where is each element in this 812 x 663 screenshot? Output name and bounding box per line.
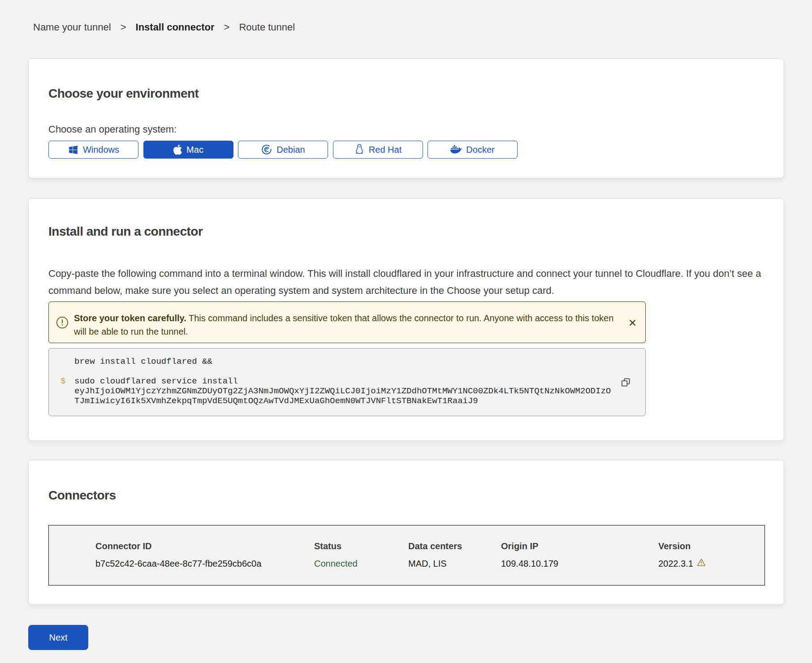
warning-text-line2: will be able to run the tunnel.	[74, 325, 613, 338]
apple-icon	[173, 144, 182, 155]
copy-icon[interactable]	[621, 377, 631, 387]
os-button-label: Docker	[466, 145, 494, 155]
install-connector-card: Install and run a connector Copy-paste t…	[28, 198, 784, 441]
code-line-brew: brew install cloudflared &&	[74, 357, 645, 366]
warning-text: Store your token carefully. This command…	[74, 311, 613, 338]
os-button-row: Windows Mac Debian Red Hat Docker	[48, 141, 523, 159]
install-card-title: Install and run a connector	[48, 224, 203, 240]
close-icon[interactable]	[629, 319, 636, 327]
connectors-table-header-row: Connector ID Status Data centers Origin …	[95, 540, 764, 552]
connectors-card-title: Connectors	[48, 487, 116, 504]
origin-ip-cell: 109.48.10.179	[501, 558, 658, 569]
environment-card-title: Choose your environment	[48, 86, 199, 102]
connector-id-cell: b7c52c42-6caa-48ee-8c77-fbe259cb6c0a	[95, 558, 314, 569]
breadcrumb-name-your-tunnel[interactable]: Name your tunnel	[33, 21, 111, 34]
warning-triangle-icon	[697, 558, 706, 569]
token-warning-banner: Store your token carefully. This command…	[48, 301, 646, 343]
windows-icon	[68, 144, 79, 155]
os-select-label: Choose an operating system:	[48, 123, 177, 136]
warning-text-line1: This command includes a sensitive token …	[186, 313, 613, 323]
docker-whale-icon	[450, 145, 462, 155]
col-header-version: Version	[658, 540, 764, 552]
warning-circle-icon	[56, 316, 69, 331]
version-value: 2022.3.1	[658, 558, 693, 569]
data-centers-cell: MAD, LIS	[408, 558, 501, 569]
next-button[interactable]: Next	[28, 625, 88, 650]
breadcrumb-separator: >	[224, 21, 230, 34]
choose-environment-card: Choose your environment Choose an operat…	[28, 58, 784, 178]
col-header-connector-id: Connector ID	[95, 540, 314, 552]
os-button-docker[interactable]: Docker	[428, 141, 518, 159]
install-command-code-block: brew install cloudflared && $sudo cloudf…	[48, 348, 646, 416]
install-description: Copy-paste the following command into a …	[48, 265, 761, 299]
debian-swirl-icon	[261, 144, 272, 155]
version-cell: 2022.3.1	[658, 558, 764, 569]
col-header-data-centers: Data centers	[408, 540, 501, 552]
install-description-line2: command below, make sure you select an o…	[48, 282, 761, 299]
os-button-label: Mac	[186, 145, 203, 155]
col-header-origin-ip: Origin IP	[501, 540, 658, 552]
code-gutter	[60, 357, 74, 366]
shell-prompt: $	[60, 376, 74, 386]
os-button-label: Windows	[83, 145, 119, 155]
breadcrumb: Name your tunnel > Install connector > R…	[33, 21, 295, 34]
connectors-table-row: b7c52c42-6caa-48ee-8c77-fbe259cb6c0a Con…	[95, 558, 764, 569]
breadcrumb-route-tunnel[interactable]: Route tunnel	[239, 21, 295, 34]
connectors-card: Connectors Connector ID Status Data cent…	[28, 460, 784, 605]
breadcrumb-separator: >	[121, 21, 126, 34]
connectors-table: Connector ID Status Data centers Origin …	[48, 525, 765, 586]
code-token-line1: eyJhIjoiOWM1YjczYzhmZGNmZDUyOTg2ZjA3NmJm…	[74, 386, 645, 396]
breadcrumb-install-connector[interactable]: Install connector	[136, 21, 215, 34]
warning-text-bold: Store your token carefully.	[74, 313, 186, 323]
code-line-sudo: sudo cloudflared service install	[74, 376, 645, 386]
linux-penguin-icon	[354, 143, 365, 156]
os-button-windows[interactable]: Windows	[48, 141, 138, 159]
col-header-status: Status	[314, 540, 408, 552]
status-badge: Connected	[314, 558, 408, 569]
os-button-redhat[interactable]: Red Hat	[333, 141, 423, 159]
os-button-debian[interactable]: Debian	[238, 141, 328, 159]
install-description-line1: Copy-paste the following command into a …	[48, 265, 761, 282]
os-button-mac[interactable]: Mac	[143, 141, 233, 159]
os-button-label: Red Hat	[369, 145, 402, 155]
page: Name your tunnel > Install connector > R…	[0, 0, 812, 663]
os-button-label: Debian	[276, 145, 305, 155]
code-token-line2: TJmIiwicyI6Ik5XVmhZekpqTmpVdE5UQmtOQzAwT…	[74, 396, 645, 406]
